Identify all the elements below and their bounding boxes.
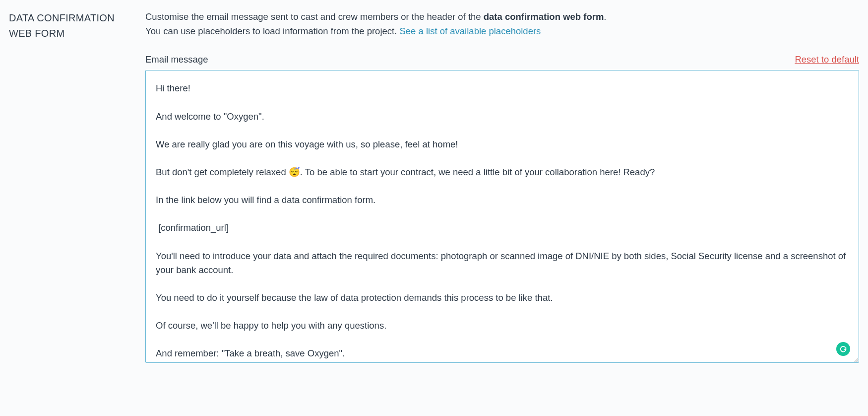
- description-line1-suffix: .: [604, 11, 606, 22]
- section-title: DATA CONFIRMATION WEB FORM: [9, 10, 125, 365]
- description-line2-prefix: You can use placeholders to load informa…: [145, 26, 399, 36]
- description-text: Customise the email message sent to cast…: [145, 10, 859, 38]
- description-bold: data confirmation web form: [484, 11, 604, 22]
- description-line1-prefix: Customise the email message sent to cast…: [145, 11, 484, 22]
- email-message-textarea[interactable]: [145, 70, 859, 363]
- placeholders-link[interactable]: See a list of available placeholders: [399, 26, 541, 36]
- reset-to-default-link[interactable]: Reset to default: [795, 54, 859, 65]
- email-message-label: Email message: [145, 54, 208, 65]
